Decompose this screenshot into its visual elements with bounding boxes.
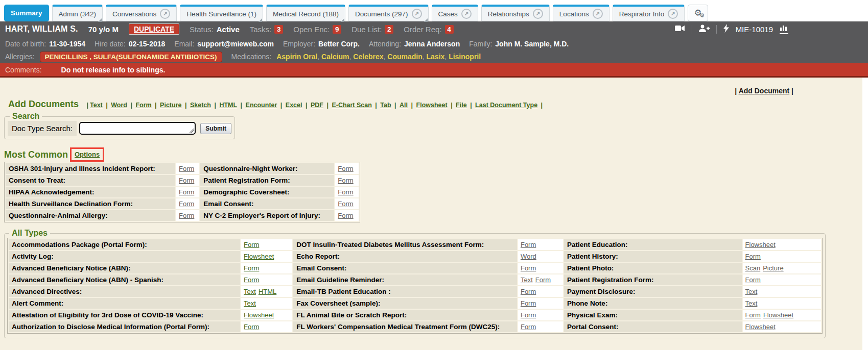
order-req-badge[interactable]: 4 — [445, 25, 454, 34]
tab-conversations[interactable]: Conversations↗ — [106, 5, 177, 21]
open-text-link[interactable]: Text — [244, 288, 256, 295]
doc-type-label: NY C-2 Employer's Report of Injury: — [200, 210, 334, 221]
open-form-link[interactable]: Form — [338, 188, 353, 196]
open-form-link[interactable]: Form — [521, 241, 536, 248]
open-form-link[interactable]: Form — [521, 299, 536, 307]
open-text-link[interactable]: Text — [521, 276, 533, 284]
medication-link[interactable]: Aspirin Oral — [276, 53, 317, 61]
open-flowsheet-link[interactable]: Flowsheet — [745, 241, 776, 248]
tasks-badge[interactable]: 3 — [274, 25, 283, 34]
allergy-alert[interactable]: PENICILLINS , SULFA(SULFONAMIDE ANTIBIOT… — [40, 52, 222, 62]
open-form-link[interactable]: Form — [338, 200, 353, 208]
open-flowsheet-link[interactable]: Flowsheet — [745, 323, 776, 331]
open-form-link[interactable]: Form — [521, 288, 536, 295]
doc-type-link-pdf[interactable]: PDF — [311, 102, 323, 109]
open-form-link[interactable]: Form — [179, 200, 194, 208]
open-form-link[interactable]: Form — [338, 212, 353, 219]
external-link-icon[interactable]: ↗ — [461, 9, 472, 19]
open-text-link[interactable]: Text — [745, 288, 758, 295]
doc-type-link-encounter[interactable]: Encounter — [246, 102, 277, 109]
open-form-link[interactable]: Form — [745, 253, 761, 260]
open-form-link[interactable]: Form — [244, 323, 259, 331]
tab-admin-342[interactable]: Admin (342) — [52, 5, 103, 21]
open-picture-link[interactable]: Picture — [763, 264, 783, 272]
doc-type-link-all[interactable]: All — [400, 102, 408, 109]
tab-relationships[interactable]: Relationships↗ — [481, 5, 550, 21]
due-list-badge[interactable]: 2 — [385, 25, 393, 34]
lightning-icon[interactable] — [723, 24, 729, 34]
separator: | — [468, 102, 474, 109]
doc-type-link-text[interactable]: Text — [90, 102, 103, 109]
medication-link[interactable]: Lisinopril — [449, 53, 481, 61]
open-word-link[interactable]: Word — [521, 253, 536, 260]
external-link-icon[interactable]: ↗ — [412, 9, 422, 19]
medication-link[interactable]: Lasix — [427, 53, 445, 61]
doc-type-link-sketch[interactable]: Sketch — [190, 102, 211, 109]
open-form-link[interactable]: Form — [745, 311, 761, 319]
external-link-icon[interactable]: ↗ — [160, 9, 170, 19]
doc-type-link-e-chart-scan[interactable]: E-Chart Scan — [332, 102, 372, 109]
tab-health-surveillance-1[interactable]: Health Surveillance (1) — [180, 5, 263, 21]
open-form-link[interactable]: Form — [521, 264, 536, 272]
tab-menu-fold-icon[interactable] — [341, 18, 344, 22]
tab-medical-record-188[interactable]: Medical Record (188) — [266, 5, 345, 21]
duplicate-flag[interactable]: DUPLICATE — [129, 23, 179, 35]
open-text-link[interactable]: Text — [244, 299, 256, 307]
submit-button[interactable]: Submit — [200, 123, 231, 134]
medication-link[interactable]: Calcium — [321, 53, 349, 61]
open-form-link[interactable]: Form — [179, 165, 194, 172]
doc-type-link-excel[interactable]: Excel — [286, 102, 302, 109]
doc-type-link-tab[interactable]: Tab — [380, 102, 391, 109]
settings-tab[interactable]: ⚙⚙ — [688, 5, 708, 21]
open-form-link[interactable]: Form — [179, 212, 194, 219]
table-row: Advanced Directives:TextHTMLEmail-TB Pat… — [9, 286, 821, 297]
add-document-link[interactable]: Add Document — [739, 87, 790, 95]
open-form-link[interactable]: Form — [521, 323, 536, 331]
external-link-icon[interactable]: ↗ — [593, 9, 603, 19]
doc-type-link-picture[interactable]: Picture — [160, 102, 181, 109]
scrollbar-gutter[interactable] — [862, 78, 868, 350]
tab-menu-fold-icon[interactable] — [259, 18, 262, 22]
external-link-icon[interactable]: ↗ — [533, 9, 543, 19]
tab-respirator-info[interactable]: Respirator Info↗ — [613, 5, 685, 21]
doc-type-link-file[interactable]: File — [456, 102, 467, 109]
open-text-link[interactable]: Text — [745, 299, 758, 307]
video-camera-icon[interactable] — [675, 24, 685, 34]
medication-link[interactable]: Coumadin — [387, 53, 422, 61]
external-link-icon[interactable]: ↗ — [668, 9, 678, 19]
tab-cases[interactable]: Cases↗ — [432, 5, 478, 21]
open-form-link[interactable]: Form — [244, 264, 259, 272]
open-form-link[interactable]: Form — [179, 177, 194, 184]
open-flowsheet-link[interactable]: Flowsheet — [763, 311, 793, 319]
open-form-link[interactable]: Form — [745, 276, 761, 284]
open-form-link[interactable]: Form — [521, 311, 536, 319]
tab-documents-297[interactable]: Documents (297)↗ — [348, 5, 429, 21]
medication-link[interactable]: Celebrex — [353, 53, 383, 61]
open-flowsheet-link[interactable]: Flowsheet — [244, 253, 274, 260]
doc-type-search-input[interactable] — [79, 122, 196, 135]
tab-locations[interactable]: Locations↗ — [553, 5, 609, 21]
separator: | — [325, 102, 330, 109]
tab-menu-fold-icon[interactable] — [424, 18, 428, 22]
open-scan-link[interactable]: Scan — [745, 264, 761, 272]
open-form-link[interactable]: Form — [244, 241, 259, 248]
open-form-link[interactable]: Form — [179, 188, 194, 196]
add-user-icon[interactable] — [699, 24, 710, 34]
doc-type-link-flowsheet[interactable]: Flowsheet — [416, 102, 448, 109]
open-form-link[interactable]: Form — [338, 177, 353, 184]
bar-chart-icon[interactable] — [780, 24, 788, 34]
open-form-link[interactable]: Form — [338, 165, 353, 172]
separator: | — [539, 102, 543, 109]
doc-type-link-html[interactable]: HTML — [219, 102, 237, 109]
open-form-link[interactable]: Form — [535, 276, 551, 284]
doc-type-link-last-document-type[interactable]: Last Document Type — [475, 102, 537, 109]
open-flowsheet-link[interactable]: Flowsheet — [244, 311, 274, 319]
tab-summary[interactable]: Summary — [4, 5, 49, 21]
tab-menu-fold-icon[interactable] — [98, 18, 102, 22]
doc-type-link-word[interactable]: Word — [111, 102, 127, 109]
doc-type-link-form[interactable]: Form — [135, 102, 151, 109]
open-html-link[interactable]: HTML — [259, 288, 276, 295]
open-enc-badge[interactable]: 9 — [333, 25, 341, 34]
options-link[interactable]: Options — [75, 151, 100, 158]
open-form-link[interactable]: Form — [244, 276, 259, 284]
